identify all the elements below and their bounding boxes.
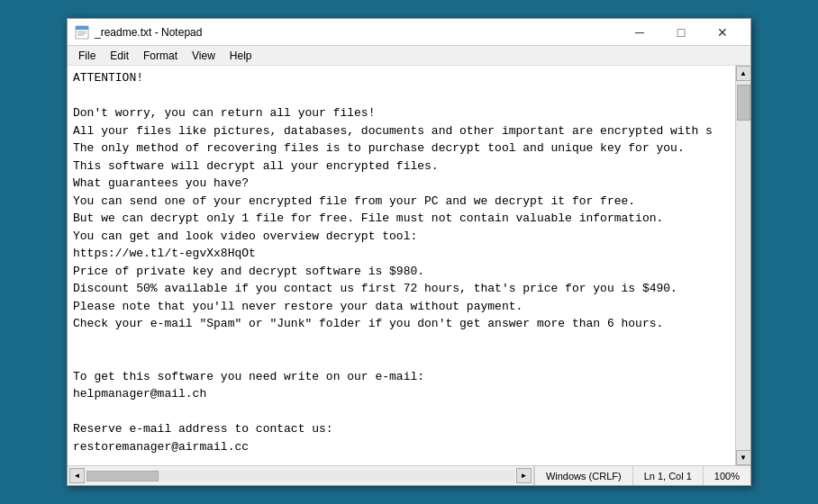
window-controls: ─ □ ✕ [619, 19, 743, 46]
notepad-window: _readme.txt - Notepad ─ □ ✕ File Edit Fo… [67, 18, 751, 486]
scroll-down-button[interactable]: ▼ [736, 450, 751, 465]
notepad-icon [75, 25, 89, 40]
maximize-button[interactable]: □ [660, 19, 702, 46]
bottom-bar: ◄ ► Windows (CRLF) Ln 1, Col 1 100% [68, 465, 750, 485]
minimize-button[interactable]: ─ [619, 19, 660, 46]
scroll-track-v[interactable] [736, 81, 750, 450]
status-zoom: 100% [703, 466, 750, 485]
menu-edit[interactable]: Edit [103, 48, 136, 64]
svg-rect-1 [76, 26, 88, 30]
scroll-up-button[interactable]: ▲ [736, 66, 751, 81]
scroll-thumb-v[interactable] [737, 85, 750, 121]
status-bar: Windows (CRLF) Ln 1, Col 1 100% [534, 466, 750, 485]
text-editor[interactable]: ATTENTION! Don't worry, you can return a… [68, 66, 735, 465]
close-button[interactable]: ✕ [702, 19, 743, 46]
content-area: ATTENTION! Don't worry, you can return a… [68, 66, 750, 465]
scroll-thumb-h[interactable] [86, 471, 159, 482]
vertical-scrollbar[interactable]: ▲ ▼ [735, 66, 750, 465]
menu-file[interactable]: File [71, 48, 103, 64]
status-position: Ln 1, Col 1 [632, 466, 703, 485]
window-title: _readme.txt - Notepad [95, 26, 619, 39]
menu-bar: File Edit Format View Help [68, 46, 750, 66]
horizontal-scrollbar[interactable]: ◄ ► [68, 466, 534, 485]
menu-view[interactable]: View [185, 48, 223, 64]
scroll-right-button[interactable]: ► [516, 468, 532, 483]
scroll-left-button[interactable]: ◄ [69, 468, 85, 483]
scroll-track-h[interactable] [86, 471, 514, 482]
status-encoding: Windows (CRLF) [534, 466, 632, 485]
menu-format[interactable]: Format [136, 48, 185, 64]
menu-help[interactable]: Help [223, 48, 259, 64]
title-bar: _readme.txt - Notepad ─ □ ✕ [68, 19, 750, 46]
